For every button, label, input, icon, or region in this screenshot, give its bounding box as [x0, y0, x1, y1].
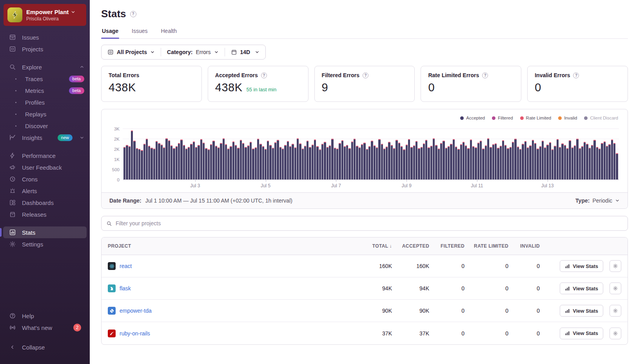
chart-x-axis: Jul 3Jul 5Jul 7Jul 9Jul 11Jul 13 [123, 180, 619, 190]
bullet-icon [12, 125, 20, 127]
siren-icon [9, 187, 16, 194]
chevron-down-icon [255, 50, 259, 54]
invalid-errors-value: 0 [535, 81, 541, 94]
sidebar-item-whats-new[interactable]: What's new 2 [0, 322, 90, 333]
help-icon[interactable]: ? [482, 72, 488, 78]
clock-icon [9, 176, 16, 183]
calendar-icon [231, 49, 237, 55]
sidebar-item-profiles[interactable]: Profiles [0, 96, 90, 108]
sidebar-item-user-feedback[interactable]: User Feedback [0, 161, 90, 173]
bullet-icon [12, 102, 20, 103]
table-row: react 160K 160K 0 0 0 View Stats [102, 255, 628, 277]
dashboards-icon [9, 199, 16, 206]
card-rate-limited-errors: Rate Limited Errors? 0 [421, 66, 521, 102]
insights-icon [9, 134, 16, 141]
chart-y-axis: 05001K2K2K3K [107, 125, 123, 180]
chevron-down-icon [214, 50, 219, 54]
legend-item-invalid[interactable]: Invalid [558, 116, 577, 120]
python-platform-icon [108, 307, 116, 315]
view-stats-button[interactable]: View Stats [560, 283, 603, 294]
chevron-down-icon [80, 135, 84, 140]
projects-table: PROJECT TOTAL↓ ACCEPTED FILTERED RATE LI… [101, 237, 628, 345]
accepted-errors-value: 438K [215, 81, 243, 94]
bar-chart-icon [565, 264, 570, 269]
help-icon[interactable]: ? [363, 72, 368, 78]
sidebar-item-performance[interactable]: Performance [0, 150, 90, 161]
col-accepted[interactable]: ACCEPTED [392, 243, 429, 249]
tab-health[interactable]: Health [160, 28, 178, 38]
view-stats-button[interactable]: View Stats [560, 328, 603, 339]
chart-legend: Accepted Filtered Rate Limited Invalid C… [107, 116, 618, 120]
project-link[interactable]: flask [120, 285, 131, 292]
rate-limited-errors-value: 0 [428, 81, 435, 94]
legend-dot [492, 116, 495, 120]
sidebar-item-traces[interactable]: Traces beta [0, 73, 90, 85]
view-stats-button[interactable]: View Stats [560, 260, 603, 272]
project-search-input[interactable] [116, 220, 623, 226]
sidebar-item-stats[interactable]: Stats [3, 226, 87, 238]
releases-icon [9, 211, 16, 218]
help-icon[interactable]: ? [573, 72, 579, 78]
sidebar-collapse-button[interactable]: Collapse [0, 341, 90, 353]
sidebar-item-alerts[interactable]: Alerts [0, 185, 90, 197]
sidebar-item-metrics[interactable]: Metrics beta [0, 85, 90, 96]
page-title: Stats [101, 8, 126, 20]
rails-platform-icon [108, 330, 116, 337]
accepted-rate-text: 55 in last min [247, 87, 277, 92]
chevron-down-icon [615, 198, 620, 203]
table-header: PROJECT TOTAL↓ ACCEPTED FILTERED RATE LI… [102, 237, 628, 255]
project-icon [107, 49, 114, 55]
sidebar-item-discover[interactable]: Discover [0, 120, 90, 132]
gear-icon [9, 241, 16, 248]
project-settings-button[interactable] [610, 283, 621, 294]
flask-platform-icon [108, 284, 116, 292]
sidebar-item-insights[interactable]: Insights new [0, 132, 90, 143]
legend-dot [520, 116, 524, 120]
col-project[interactable]: PROJECT [108, 243, 355, 249]
project-search [101, 216, 628, 231]
legend-dot [558, 116, 562, 120]
sidebar-item-issues[interactable]: Issues [0, 31, 90, 43]
project-link[interactable]: empower-tda [120, 308, 152, 314]
project-settings-button[interactable] [610, 328, 621, 339]
col-rate-limited[interactable]: RATE LIMITED [464, 243, 508, 249]
tab-usage[interactable]: Usage [101, 28, 119, 38]
issues-icon [9, 34, 16, 41]
org-switcher[interactable]: Empower Plant Priscila Oliveira [4, 4, 86, 26]
help-icon[interactable]: ? [261, 72, 267, 78]
gear-icon [613, 286, 618, 291]
bar-chart-icon [565, 308, 570, 313]
category-filter-dropdown[interactable]: Category: Errors [161, 45, 224, 59]
org-user: Priscila Oliveira [26, 16, 75, 22]
project-settings-button[interactable] [610, 260, 621, 272]
project-settings-button[interactable] [610, 305, 621, 317]
project-filter-dropdown[interactable]: All Projects [102, 45, 161, 59]
sidebar-item-help[interactable]: Help [0, 310, 90, 322]
project-link[interactable]: ruby-on-rails [120, 330, 150, 337]
sidebar-item-replays[interactable]: Replays [0, 108, 90, 120]
card-filtered-errors: Filtered Errors? 9 [314, 66, 415, 102]
col-filtered[interactable]: FILTERED [429, 243, 464, 249]
sidebar-item-crons[interactable]: Crons [0, 173, 90, 185]
sidebar-item-settings[interactable]: Settings [0, 238, 90, 250]
legend-item-rate-limited[interactable]: Rate Limited [520, 116, 552, 120]
sidebar-item-projects[interactable]: Projects [0, 43, 90, 55]
sidebar-item-releases[interactable]: Releases [0, 208, 90, 220]
legend-item-client-discard[interactable]: Client Discard [584, 116, 618, 120]
sidebar-item-dashboards[interactable]: Dashboards [0, 197, 90, 208]
type-dropdown[interactable]: Type: Periodic [575, 197, 620, 204]
org-logo-icon [7, 7, 22, 22]
total-errors-value: 438K [109, 81, 136, 94]
page-help-icon[interactable]: ? [130, 11, 136, 17]
legend-item-accepted[interactable]: Accepted [460, 116, 485, 120]
col-invalid[interactable]: INVALID [508, 243, 540, 249]
date-range-dropdown[interactable]: 14D [225, 45, 266, 59]
sidebar-item-explore[interactable]: Explore [0, 61, 90, 73]
chevron-down-icon [71, 10, 75, 14]
tab-issues[interactable]: Issues [131, 28, 148, 38]
sidebar: Empower Plant Priscila Oliveira Issues P… [0, 0, 90, 364]
project-link[interactable]: react [120, 263, 132, 269]
legend-item-filtered[interactable]: Filtered [492, 116, 513, 120]
view-stats-button[interactable]: View Stats [560, 305, 603, 317]
col-total[interactable]: TOTAL↓ [355, 243, 392, 249]
